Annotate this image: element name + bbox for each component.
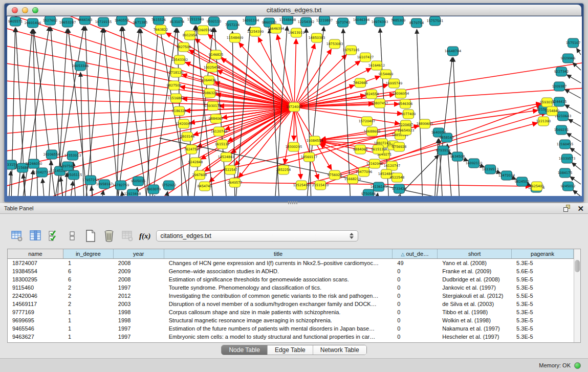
function-builder-icon[interactable]: f(x) <box>139 232 151 240</box>
graph-node-yellow[interactable]: 1221390 <box>536 117 551 126</box>
graph-node-teal[interactable]: 17353913 <box>64 151 81 160</box>
graph-node-yellow[interactable]: 22260558 <box>195 26 212 35</box>
delete-table-icon[interactable] <box>101 229 117 243</box>
graph-node-yellow[interactable]: 19613919 <box>288 28 305 37</box>
graph-node-teal[interactable]: 6793914 <box>436 146 450 155</box>
citation-edge-black[interactable] <box>141 29 150 196</box>
citation-edge-black[interactable] <box>569 119 581 126</box>
graph-node-teal[interactable]: 10653287 <box>59 18 76 27</box>
graph-node-teal[interactable]: 9466163 <box>78 16 92 25</box>
graph-node-yellow[interactable]: 9884068 <box>353 145 367 154</box>
citation-edge-red[interactable] <box>294 39 296 107</box>
citation-edge-black[interactable] <box>49 161 51 196</box>
graph-node-teal[interactable]: 9397568 <box>60 162 75 171</box>
graph-node-teal[interactable]: 9671385 <box>133 18 147 27</box>
citation-edge-black[interactable] <box>122 192 124 196</box>
graph-node-yellow[interactable]: 18096954 <box>393 89 409 98</box>
scrollbar-thumb[interactable] <box>575 260 580 272</box>
graph-node-teal[interactable]: 1973743 <box>336 18 350 27</box>
table-row[interactable]: 1456911722003Disruption of a novel membe… <box>8 300 574 308</box>
graph-node-teal[interactable]: 1084175 <box>558 168 572 178</box>
row-height-icon[interactable] <box>64 229 80 243</box>
graph-node-yellow[interactable]: 4522548 <box>390 173 404 182</box>
column-header-out_de[interactable]: △out_de… <box>393 249 438 258</box>
graph-node-yellow[interactable]: 16107427 <box>357 53 374 62</box>
column-header-pagerank[interactable]: pagerank <box>512 249 574 258</box>
graph-node-yellow[interactable]: 16120746 <box>211 127 228 136</box>
graph-node-yellow[interactable]: 9154469 <box>379 70 393 79</box>
graph-node-teal[interactable]: 1940557 <box>115 16 129 25</box>
citation-edge-black[interactable] <box>117 27 122 196</box>
graph-node-yellow[interactable]: 9756929 <box>328 170 342 180</box>
graph-node-teal[interactable]: 1569231 <box>554 125 569 135</box>
graph-node-teal[interactable]: 15757541 <box>427 16 444 26</box>
graph-node-teal[interactable]: 9634508 <box>450 152 465 161</box>
select-columns-icon[interactable] <box>46 229 61 243</box>
graph-node-teal[interactable]: 1209387 <box>552 82 567 91</box>
citation-edge-red[interactable] <box>321 143 375 164</box>
table-row[interactable]: 911546021997Tourette syndrome. Phenomeno… <box>8 283 574 292</box>
citation-edge-black[interactable] <box>30 170 33 196</box>
graph-node-yellow[interactable]: 11516863 <box>168 94 185 103</box>
graph-node-teal[interactable]: 10339573 <box>559 154 576 163</box>
graph-node-yellow[interactable]: 16995749 <box>386 79 403 88</box>
table-options-icon[interactable] <box>9 229 25 243</box>
graph-node-yellow[interactable]: 3824554 <box>364 90 379 99</box>
float-panel-icon[interactable] <box>563 205 571 212</box>
citation-edge-black[interactable] <box>572 163 581 170</box>
new-table-icon[interactable] <box>83 229 98 243</box>
graph-node-teal[interactable]: 16782759 <box>113 181 129 190</box>
table-row[interactable]: 1830029562008Estimation of significance … <box>8 275 574 283</box>
graph-node-teal[interactable]: 9245012 <box>561 182 575 191</box>
graph-node-yellow[interactable]: 1154840 <box>545 106 559 116</box>
citation-edge-red[interactable] <box>294 62 582 107</box>
graph-node-teal[interactable]: 1575107 <box>566 38 580 48</box>
table-row[interactable]: 1872400712008Changes of HCN gene express… <box>8 259 574 267</box>
graph-node-yellow[interactable]: 18753083 <box>326 39 343 49</box>
table-row[interactable]: 1938455462009Genome–wide association stu… <box>8 267 574 275</box>
graph-node-teal[interactable]: 16046394 <box>353 16 370 25</box>
graph-node-yellow[interactable]: 1615139 <box>371 145 385 154</box>
citation-edge-black[interactable] <box>400 195 402 196</box>
graph-node-teal[interactable]: 9858167 <box>440 133 454 142</box>
splitter-handle[interactable] <box>288 201 297 204</box>
table-row[interactable]: 946554611997Estimation of the future num… <box>8 324 574 333</box>
citation-edge-red[interactable] <box>198 107 294 147</box>
graph-node-yellow[interactable]: 7986322 <box>203 89 217 98</box>
network-window-titlebar[interactable]: citations_edges.txt <box>7 5 581 16</box>
graph-node-teal[interactable]: 12472034 <box>498 171 515 180</box>
graph-node-yellow[interactable]: 1593017 <box>540 98 554 107</box>
graph-node-yellow[interactable]: 8912954 <box>183 31 197 40</box>
table-row[interactable]: 977716911998Corpus callosum shape and si… <box>8 308 574 316</box>
graph-node-yellow[interactable]: 19384554 <box>307 136 323 145</box>
graph-node-teal[interactable]: 12254392 <box>298 17 315 27</box>
citation-edge-red[interactable] <box>7 45 294 107</box>
graph-node-yellow[interactable]: 2718120 <box>169 68 183 77</box>
citation-edge-black[interactable] <box>376 193 378 196</box>
graph-node-yellow[interactable]: 9827509 <box>177 42 191 52</box>
graph-node-yellow[interactable]: 7624753 <box>184 145 199 154</box>
graph-node-yellow[interactable]: 12525490 <box>293 181 310 190</box>
graph-node-yellow[interactable]: 2967608 <box>192 170 207 180</box>
graph-node-teal[interactable]: 16091104 <box>243 16 259 25</box>
graph-node-yellow[interactable]: 7462666 <box>353 78 367 87</box>
tab-network-table[interactable]: Network Table <box>313 345 366 355</box>
table-row[interactable]: 969969511998Structural magnetic resonanc… <box>8 316 574 324</box>
graph-node-yellow[interactable]: 2852254 <box>276 165 291 174</box>
table-row[interactable]: 946362711997Embryonic stem cells: a mode… <box>8 333 574 341</box>
citation-edge-red[interactable] <box>294 107 294 140</box>
graph-node-teal[interactable]: 10719155 <box>95 17 112 27</box>
graph-node-teal[interactable]: 9227342 <box>554 67 569 76</box>
graph-node-teal[interactable]: 9592110 <box>207 17 221 26</box>
graph-node-teal[interactable]: 1527602 <box>43 16 57 25</box>
graph-node-teal[interactable]: 9405571 <box>8 17 23 26</box>
graph-node-yellow[interactable]: 7625401 <box>530 182 544 191</box>
table-scrollbar[interactable] <box>574 249 580 342</box>
graph-node-teal[interactable]: 9329966 <box>561 54 575 63</box>
close-panel-icon[interactable]: ✕ <box>577 205 584 212</box>
column-header-year[interactable]: year <box>114 249 164 258</box>
graph-node-teal[interactable]: 12042737 <box>34 168 51 177</box>
citation-edge-black[interactable] <box>417 30 423 196</box>
graph-node-teal[interactable]: 1733426 <box>392 184 406 193</box>
graph-node-yellow[interactable]: 2649577 <box>228 178 242 187</box>
